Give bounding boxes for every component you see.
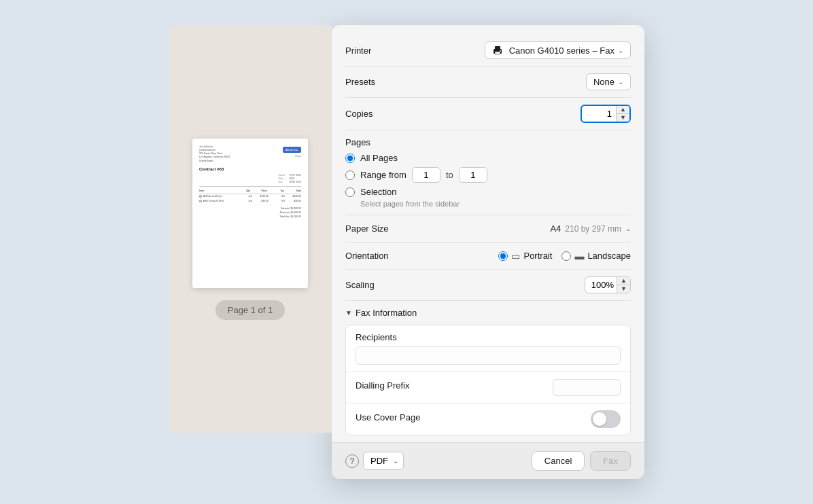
dialog-footer: ? PDF ⌄ Cancel Fax bbox=[332, 442, 644, 479]
footer-right: Cancel Fax bbox=[532, 451, 631, 471]
dialling-prefix-input[interactable] bbox=[553, 379, 621, 396]
presets-value: None bbox=[593, 77, 615, 87]
pdf-select[interactable]: PDF bbox=[363, 452, 404, 470]
fax-section-header: ▼ Fax Information bbox=[345, 308, 631, 318]
dialling-prefix-row: Dialling Prefix bbox=[346, 372, 630, 403]
toggle-thumb bbox=[593, 412, 606, 426]
print-dialog: Joe Johnson joe@email.com 374 Santa Clar… bbox=[169, 25, 644, 479]
svg-rect-1 bbox=[495, 46, 500, 50]
selection-row: Selection bbox=[345, 187, 631, 197]
range-from-input[interactable] bbox=[412, 167, 440, 183]
paper-size-row: Paper Size A4 210 by 297 mm ⌄ bbox=[345, 215, 631, 242]
range-from-label: Range from bbox=[360, 170, 406, 180]
svg-point-3 bbox=[500, 50, 501, 52]
copies-input-wrap: ▲ ▼ bbox=[581, 105, 631, 123]
scaling-input[interactable] bbox=[585, 278, 617, 292]
landscape-label: Landscape bbox=[587, 251, 631, 261]
selection-hint: Select pages from the sidebar bbox=[360, 200, 631, 208]
printer-row: Printer Canon G4010 series – Fax ⌄ bbox=[345, 35, 631, 67]
fax-button[interactable]: Fax bbox=[590, 451, 631, 471]
presets-chevron-icon: ⌄ bbox=[618, 78, 623, 86]
selection-radio[interactable] bbox=[345, 187, 355, 197]
portrait-icon: ▭ bbox=[511, 251, 520, 262]
scaling-stepper: ▲ ▼ bbox=[617, 277, 630, 293]
copies-decrement-button[interactable]: ▼ bbox=[617, 114, 629, 122]
range-from-row: Range from to bbox=[345, 167, 631, 183]
pages-label: Pages bbox=[345, 137, 631, 147]
paper-size-value: A4 bbox=[550, 223, 561, 234]
presets-select[interactable]: None ⌄ bbox=[586, 73, 631, 90]
copies-stepper: ▲ ▼ bbox=[616, 106, 629, 122]
fax-collapse-icon: ▼ bbox=[345, 309, 352, 317]
recipients-row: Recipients bbox=[346, 325, 630, 372]
printer-chevron-icon: ⌄ bbox=[618, 47, 623, 54]
printer-label: Printer bbox=[345, 46, 371, 56]
printer-select[interactable]: Canon G4010 series – Fax ⌄ bbox=[485, 41, 631, 59]
all-pages-label: All Pages bbox=[360, 153, 398, 163]
svg-rect-2 bbox=[495, 52, 500, 54]
orientation-label: Orientation bbox=[345, 251, 389, 261]
use-cover-page-toggle[interactable] bbox=[591, 410, 621, 428]
copies-row: Copies ▲ ▼ bbox=[345, 98, 631, 130]
range-separator: to bbox=[446, 170, 453, 180]
landscape-icon: ▬ bbox=[574, 251, 584, 262]
paper-size-chevron-icon: ⌄ bbox=[625, 225, 631, 232]
landscape-option[interactable]: ▬ Landscape bbox=[561, 251, 631, 262]
presets-label: Presets bbox=[345, 77, 375, 87]
page-indicator-text: Page 1 of 1 bbox=[228, 305, 273, 315]
preview-panel: Joe Johnson joe@email.com 374 Santa Clar… bbox=[169, 25, 332, 433]
range-to-input[interactable] bbox=[459, 167, 487, 183]
page-indicator: Page 1 of 1 bbox=[215, 300, 286, 320]
all-pages-radio[interactable] bbox=[345, 154, 355, 163]
recipients-label: Recipients bbox=[356, 332, 621, 342]
scaling-label: Scaling bbox=[345, 280, 375, 290]
scaling-row: Scaling ▲ ▼ bbox=[345, 270, 631, 301]
portrait-option[interactable]: ▭ Portrait bbox=[498, 251, 552, 262]
copies-label: Copies bbox=[345, 109, 373, 119]
use-cover-page-label: Use Cover Page bbox=[356, 412, 420, 422]
orientation-options: ▭ Portrait ▬ Landscape bbox=[498, 251, 631, 262]
selection-label: Selection bbox=[360, 187, 396, 197]
help-button[interactable]: ? bbox=[345, 454, 359, 468]
toggle-track[interactable] bbox=[591, 410, 621, 428]
document-preview: Joe Johnson joe@email.com 374 Santa Clar… bbox=[192, 139, 308, 288]
help-label: ? bbox=[350, 456, 355, 466]
all-pages-row: All Pages bbox=[345, 153, 631, 163]
pdf-button-wrap: PDF ⌄ bbox=[363, 452, 404, 470]
range-radio[interactable] bbox=[345, 170, 355, 180]
recipients-input[interactable] bbox=[356, 346, 621, 365]
presets-row: Presets None ⌄ bbox=[345, 67, 631, 98]
fax-section-title: Fax Information bbox=[356, 308, 417, 318]
scaling-decrement-button[interactable]: ▼ bbox=[617, 285, 630, 293]
scaling-input-wrap: ▲ ▼ bbox=[585, 276, 631, 293]
dialling-prefix-label: Dialling Prefix bbox=[356, 380, 409, 391]
orientation-row: Orientation ▭ Portrait ▬ Landscape bbox=[345, 242, 631, 270]
fax-inner: Recipients Dialling Prefix Use Cover Pag… bbox=[345, 325, 631, 435]
printer-value: Canon G4010 series – Fax bbox=[509, 46, 615, 56]
scaling-increment-button[interactable]: ▲ bbox=[617, 277, 630, 285]
settings-panel: Printer Canon G4010 series – Fax ⌄ bbox=[332, 25, 644, 479]
landscape-radio[interactable] bbox=[561, 251, 571, 261]
cancel-button[interactable]: Cancel bbox=[532, 451, 585, 471]
footer-left: ? PDF ⌄ bbox=[345, 452, 404, 470]
fax-section: ▼ Fax Information Recipients Dialling Pr… bbox=[345, 308, 631, 442]
pages-section: Pages All Pages Range from to Selection … bbox=[345, 130, 631, 215]
copies-input[interactable] bbox=[582, 107, 616, 121]
paper-size-select[interactable]: ⌄ bbox=[625, 225, 631, 232]
copies-increment-button[interactable]: ▲ bbox=[617, 106, 629, 114]
paper-size-label: Paper Size bbox=[345, 223, 389, 234]
use-cover-page-row: Use Cover Page bbox=[346, 403, 630, 435]
portrait-radio[interactable] bbox=[498, 251, 508, 261]
portrait-label: Portrait bbox=[523, 251, 552, 261]
paper-size-sub: 210 by 297 mm bbox=[565, 224, 621, 234]
printer-icon bbox=[492, 45, 503, 56]
